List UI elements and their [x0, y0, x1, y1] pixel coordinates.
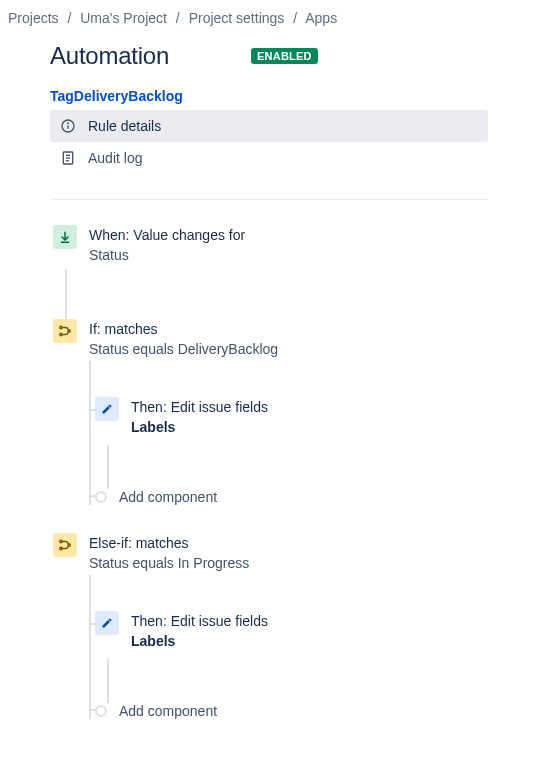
- condition-if-node[interactable]: If: matches Status equals DeliveryBacklo…: [53, 319, 488, 357]
- condition-title: If: matches: [89, 321, 278, 337]
- svg-point-9: [60, 326, 62, 328]
- tab-label: Audit log: [88, 150, 142, 166]
- add-circle-icon: [95, 491, 107, 503]
- condition-sub: Status equals DeliveryBacklog: [89, 341, 278, 357]
- trigger-sub: Status: [89, 247, 245, 263]
- breadcrumb-apps[interactable]: Apps: [305, 10, 337, 26]
- tab-audit-log[interactable]: Audit log: [50, 142, 488, 174]
- info-icon: [60, 118, 76, 134]
- tab-rule-details[interactable]: Rule details: [50, 110, 488, 142]
- rule-flow: When: Value changes for Status If: match…: [53, 225, 488, 719]
- breadcrumb: Projects / Uma's Project / Project setti…: [0, 0, 538, 36]
- rule-section-tabs: Rule details Audit log: [50, 110, 488, 174]
- trigger-icon: [53, 225, 77, 249]
- tab-label: Rule details: [88, 118, 161, 134]
- condition-title: Else-if: matches: [89, 535, 249, 551]
- condition-sub: Status equals In Progress: [89, 555, 249, 571]
- breadcrumb-projects[interactable]: Projects: [8, 10, 59, 26]
- action-sub: Labels: [131, 633, 268, 649]
- action-title: Then: Edit issue fields: [131, 613, 268, 629]
- svg-point-14: [68, 544, 70, 546]
- branch-icon: [53, 533, 77, 557]
- add-component-label: Add component: [119, 489, 217, 505]
- add-component-button[interactable]: Add component: [95, 489, 488, 505]
- divider: [50, 199, 488, 200]
- connector: [107, 659, 109, 703]
- action-edit-fields-node[interactable]: Then: Edit issue fields Labels: [95, 397, 488, 435]
- svg-point-10: [60, 333, 62, 335]
- action-title: Then: Edit issue fields: [131, 399, 268, 415]
- svg-point-2: [68, 123, 69, 124]
- connector: [65, 269, 67, 319]
- breadcrumb-umas-project[interactable]: Uma's Project: [80, 10, 167, 26]
- rule-name-link[interactable]: TagDeliveryBacklog: [50, 88, 488, 104]
- edit-icon: [95, 397, 119, 421]
- log-icon: [60, 150, 76, 166]
- branch-icon: [53, 319, 77, 343]
- add-component-label: Add component: [119, 703, 217, 719]
- condition-elseif-node[interactable]: Else-if: matches Status equals In Progre…: [53, 533, 488, 571]
- edit-icon: [95, 611, 119, 635]
- trigger-node[interactable]: When: Value changes for Status: [53, 225, 488, 263]
- connector: [107, 445, 109, 489]
- svg-point-13: [60, 547, 62, 549]
- action-edit-fields-node[interactable]: Then: Edit issue fields Labels: [95, 611, 488, 649]
- trigger-title: When: Value changes for: [89, 227, 245, 243]
- svg-point-11: [68, 330, 70, 332]
- action-sub: Labels: [131, 419, 268, 435]
- add-component-button[interactable]: Add component: [95, 703, 488, 719]
- breadcrumb-project-settings[interactable]: Project settings: [189, 10, 285, 26]
- add-circle-icon: [95, 705, 107, 717]
- status-badge-enabled: ENABLED: [251, 48, 318, 64]
- svg-point-12: [60, 540, 62, 542]
- page-title: Automation: [50, 42, 169, 70]
